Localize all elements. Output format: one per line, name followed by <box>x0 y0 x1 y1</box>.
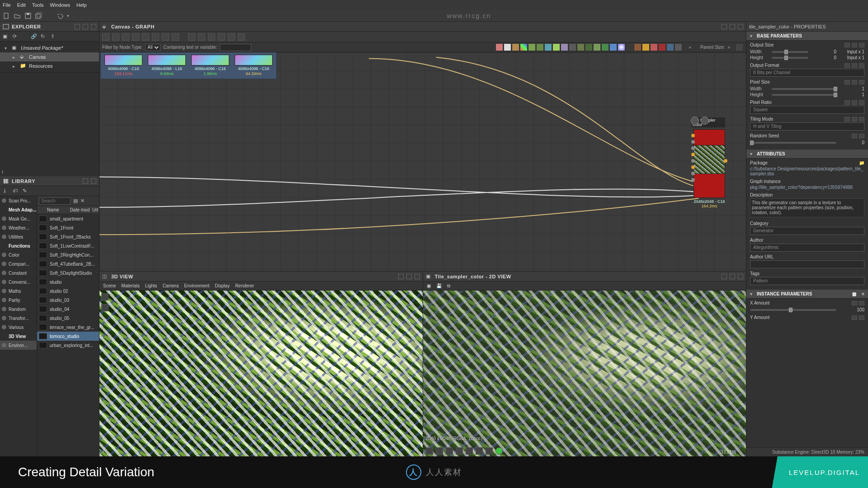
tiling-mode-select[interactable]: H and V Tiling <box>750 122 864 131</box>
copy-icon[interactable]: ⧉ <box>447 283 450 289</box>
list-item[interactable]: Soft_1Front <box>37 223 99 232</box>
list-item[interactable]: Soft_4TubeBank_2B... <box>37 259 99 268</box>
swatch-icon[interactable] <box>601 43 609 51</box>
menu-scene[interactable]: Scene <box>103 283 116 288</box>
swatch-icon[interactable] <box>585 43 593 51</box>
edit-icon[interactable]: ✎ <box>23 188 29 194</box>
col-url[interactable]: Url <box>92 207 98 212</box>
select-icon[interactable] <box>102 33 109 41</box>
swatch-icon[interactable] <box>552 43 560 51</box>
swatch-icon[interactable] <box>512 43 519 51</box>
menu-icon[interactable] <box>859 63 864 68</box>
new-icon[interactable] <box>3 12 10 19</box>
maximize-icon[interactable] <box>83 178 88 184</box>
axis-icon[interactable]: ⤢ <box>102 448 106 454</box>
px-width-slider[interactable] <box>772 88 836 90</box>
library-category[interactable]: Scan Pro... <box>0 196 37 205</box>
frame-icon[interactable] <box>172 33 179 41</box>
reset-icon[interactable] <box>852 80 857 84</box>
grid-icon[interactable]: ▦ <box>852 291 856 296</box>
new-package-icon[interactable]: ▣ <box>3 33 9 40</box>
save-icon[interactable]: 💾 <box>436 283 442 288</box>
col-name[interactable]: Name <box>47 207 59 212</box>
close-icon[interactable] <box>91 24 96 29</box>
crop-icon[interactable] <box>238 33 245 41</box>
menu-edit[interactable]: Edit <box>17 2 26 8</box>
swatch-icon[interactable] <box>577 43 585 51</box>
menu-lights[interactable]: Lights <box>145 283 157 288</box>
graph-node-thumb[interactable]: 4096x4096 - C16193.11ms <box>104 55 143 76</box>
graph-node-thumb[interactable]: 4096x4096 - C161.86ms <box>190 55 230 76</box>
undo-icon[interactable] <box>56 12 63 19</box>
swatch-icon[interactable] <box>626 43 633 51</box>
menu-renderer[interactable]: Renderer <box>235 283 254 288</box>
close-icon[interactable] <box>415 274 420 279</box>
swatch-icon[interactable] <box>609 43 617 51</box>
node-top-icon[interactable] <box>701 117 709 125</box>
box-icon[interactable] <box>228 33 235 41</box>
open-icon[interactable]: ▣ <box>427 283 431 288</box>
section-attributes[interactable]: ATTRIBUTES <box>746 150 868 159</box>
graph-node-thumb[interactable]: 4096x4096 - L168.69ms <box>147 55 187 76</box>
close-icon[interactable] <box>91 178 96 184</box>
channel-icon[interactable] <box>426 447 433 455</box>
swatch-icon[interactable] <box>536 43 544 51</box>
reset-icon[interactable] <box>852 301 857 305</box>
parent-size-icon[interactable] <box>736 43 743 51</box>
library-category[interactable]: Environ... <box>0 341 37 350</box>
pin-icon[interactable] <box>722 24 727 29</box>
link-icon[interactable]: 🔗 <box>31 33 37 40</box>
list-item[interactable]: Soft_2RingHighCon... <box>37 250 99 259</box>
library-category[interactable]: Maths <box>0 286 37 296</box>
library-category[interactable]: Parity <box>0 296 37 305</box>
library-category[interactable]: Weather... <box>0 223 37 232</box>
node-group[interactable]: 4096x4096 - C16193.11ms4096x4096 - L168.… <box>100 52 277 79</box>
author-url-value[interactable] <box>750 260 864 268</box>
input-port[interactable] <box>691 153 695 156</box>
filter-type-select[interactable]: All <box>145 44 160 51</box>
menu-environment[interactable]: Environment <box>184 283 209 288</box>
col-date[interactable]: Date mod <box>70 207 90 212</box>
arrow-icon[interactable] <box>188 33 195 41</box>
swatch-icon[interactable] <box>561 43 568 51</box>
link-icon[interactable] <box>844 80 850 84</box>
menu-icon[interactable] <box>859 301 864 305</box>
library-category[interactable]: 3D View <box>0 332 37 341</box>
library-list[interactable]: small_apartmentSoft_1FrontSoft_1Front_2B… <box>37 214 99 456</box>
clear-icon[interactable]: ✕ <box>80 198 85 204</box>
swatch-icon[interactable] <box>634 43 642 51</box>
link-icon[interactable] <box>844 43 850 47</box>
info-icon[interactable] <box>132 33 139 41</box>
swatch-icon[interactable] <box>658 43 666 51</box>
tree-item-canvas[interactable]: ⬙ Canvas <box>0 52 99 61</box>
list-item[interactable]: urban_exploring_int... <box>37 341 99 350</box>
reload-icon[interactable]: ↻ <box>41 33 47 40</box>
maximize-icon[interactable] <box>730 274 735 279</box>
library-category[interactable]: Constant <box>0 268 37 277</box>
input-port[interactable] <box>691 134 695 137</box>
reset-icon[interactable] <box>852 117 857 122</box>
tree-package[interactable]: ▣ Unsaved Package* <box>0 43 99 52</box>
input-port[interactable] <box>691 140 695 144</box>
list-item[interactable]: studio 02 <box>37 286 99 296</box>
menu-materials[interactable]: Materials <box>121 283 140 288</box>
view-3d-canvas[interactable]: ⤢ <box>99 291 423 456</box>
link-icon[interactable] <box>844 63 850 68</box>
filter-icon[interactable]: ▤ <box>73 198 78 204</box>
library-category[interactable]: Various <box>0 323 37 332</box>
list-item[interactable]: studio_04 <box>37 305 99 314</box>
graph-node-thumb[interactable]: 4096x4096 - C1664.34ms <box>234 55 274 76</box>
input-port[interactable] <box>691 165 695 169</box>
info-icon[interactable]: i <box>2 169 3 174</box>
list-item[interactable]: Soft_1Front_2Backs <box>37 232 99 241</box>
library-category[interactable]: Mesh Adap... <box>0 205 37 214</box>
list-item[interactable]: Soft_1LowContrastF... <box>37 241 99 250</box>
close-icon[interactable] <box>738 24 743 29</box>
library-category[interactable]: Conversi... <box>0 277 37 286</box>
filter-text-input[interactable] <box>220 44 251 51</box>
list-item[interactable]: terrace_near_the_gr... <box>37 323 99 332</box>
open-icon[interactable] <box>14 12 21 19</box>
swatch-icon[interactable] <box>675 43 682 51</box>
library-category[interactable]: Color <box>0 250 37 259</box>
save-icon[interactable] <box>24 12 32 19</box>
